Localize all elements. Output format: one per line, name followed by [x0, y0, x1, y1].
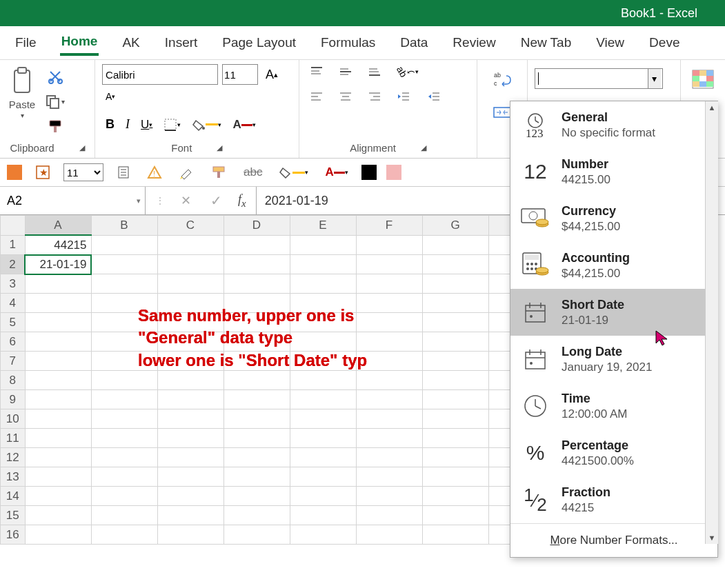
copy-button[interactable]: ▾ [41, 92, 68, 111]
col-header-f[interactable]: F [356, 216, 422, 236]
tab-ak[interactable]: AK [121, 31, 141, 54]
format-option-number[interactable]: 12 Number 44215.00 [510, 148, 717, 195]
row-header-9[interactable]: 9 [1, 390, 26, 409]
format-option-percentage[interactable]: % Percentage 4421500.00% [510, 429, 717, 476]
more-number-formats[interactable]: More Number Formats... [510, 523, 717, 557]
row-header-14[interactable]: 14 [1, 487, 26, 506]
row-header-2[interactable]: 2 [1, 255, 26, 274]
col-header-g[interactable]: G [422, 216, 488, 236]
name-box[interactable]: A2 ▾ [0, 187, 146, 214]
tab-view[interactable]: View [595, 31, 626, 54]
cancel-formula-button[interactable]: ✕ [177, 191, 195, 210]
col-header-b[interactable]: B [91, 216, 157, 236]
conditional-formatting-button[interactable] [688, 67, 718, 92]
tab-insert[interactable]: Insert [163, 31, 199, 54]
align-right-button[interactable] [364, 89, 384, 104]
tab-developer[interactable]: Deve [648, 31, 681, 54]
increase-font-button[interactable]: A▴ [262, 65, 281, 84]
format-option-currency[interactable]: Currency $44,215.00 [510, 195, 717, 242]
accept-formula-button[interactable]: ✓ [207, 190, 226, 211]
row-header-3[interactable]: 3 [1, 274, 26, 294]
col-header-e[interactable]: E [290, 216, 356, 236]
qat-fav-button[interactable]: ★ [32, 163, 54, 182]
qat-fontcolor2-button[interactable]: A ▾ [321, 163, 351, 181]
dropdown-scrollbar[interactable]: ▲ ▼ [705, 101, 718, 544]
format-option-general[interactable]: 123 General No specific format [510, 101, 717, 148]
qat-warning-button[interactable]: ! [143, 163, 166, 181]
scroll-down-arrow[interactable]: ▼ [706, 531, 718, 544]
tab-page-layout[interactable]: Page Layout [221, 31, 297, 54]
number-format-combo[interactable]: ▾ [535, 68, 663, 89]
row-header-1[interactable]: 1 [1, 235, 26, 255]
select-all-corner[interactable] [1, 216, 26, 236]
row-header-7[interactable]: 7 [1, 352, 26, 371]
paste-button[interactable] [7, 64, 37, 97]
increase-indent-button[interactable] [424, 89, 444, 104]
format-painter-button[interactable] [41, 116, 68, 136]
qat-size-select[interactable]: 11 [63, 163, 103, 181]
row-header-6[interactable]: 6 [1, 332, 26, 352]
row-header-12[interactable]: 12 [1, 448, 26, 467]
clipboard-launcher[interactable]: ◢ [79, 143, 85, 152]
cut-button[interactable] [41, 67, 68, 86]
align-left-button[interactable] [306, 89, 326, 104]
scroll-up-arrow[interactable]: ▲ [706, 101, 718, 114]
svg-point-9 [202, 127, 205, 130]
tab-formulas[interactable]: Formulas [319, 31, 377, 54]
italic-button[interactable]: I [122, 115, 133, 134]
cell-a1[interactable]: 44215 [25, 235, 91, 255]
tab-home[interactable]: Home [60, 30, 99, 56]
font-size-select[interactable] [222, 64, 258, 85]
row-header-15[interactable]: 15 [1, 506, 26, 525]
decrease-indent-button[interactable] [393, 89, 414, 104]
qat-form-button[interactable] [113, 163, 134, 181]
format-option-longdate[interactable]: Long Date January 19, 2021 [510, 336, 717, 383]
format-option-time[interactable]: Time 12:00:00 AM [510, 383, 717, 429]
qat-fill2-button[interactable]: ▾ [275, 163, 312, 181]
expand-handle[interactable]: ⋮ [155, 195, 165, 206]
tab-file[interactable]: File [14, 31, 38, 54]
font-launcher[interactable]: ◢ [217, 143, 222, 152]
qat-color-orange[interactable] [7, 165, 22, 180]
name-box-dropdown[interactable]: ▾ [137, 196, 141, 205]
row-header-13[interactable]: 13 [1, 467, 26, 487]
tab-data[interactable]: Data [399, 31, 429, 54]
wrap-text-button[interactable]: abc [489, 68, 515, 89]
qat-strike-button[interactable]: abc [240, 163, 266, 181]
tab-new-tab[interactable]: New Tab [519, 31, 573, 54]
fx-icon[interactable]: fx [238, 192, 246, 210]
col-header-c[interactable]: C [157, 216, 224, 236]
align-center-button[interactable] [335, 89, 355, 104]
qat-highlight-button[interactable] [175, 163, 197, 181]
qat-color-black[interactable] [361, 165, 377, 180]
col-header-a[interactable]: A [25, 216, 91, 236]
row-header-5[interactable]: 5 [1, 313, 26, 332]
row-header-16[interactable]: 16 [1, 525, 26, 545]
underline-button[interactable]: U ▾ [137, 116, 156, 134]
format-option-accounting[interactable]: Accounting $44,215.00 [510, 242, 717, 289]
borders-button[interactable]: ▾ [160, 116, 184, 134]
row-header-8[interactable]: 8 [1, 371, 26, 390]
col-header-d[interactable]: D [224, 216, 290, 236]
align-top-button[interactable] [306, 64, 326, 79]
qat-color-pink[interactable] [386, 165, 401, 180]
cell-a2[interactable]: 21-01-19 [25, 255, 91, 274]
alignment-launcher[interactable]: ◢ [421, 143, 426, 152]
paste-dropdown[interactable]: ▾ [21, 112, 24, 119]
bold-button[interactable]: B [102, 115, 118, 134]
font-name-select[interactable] [102, 64, 218, 85]
format-option-shortdate[interactable]: Short Date 21-01-19 [510, 289, 717, 336]
row-header-4[interactable]: 4 [1, 294, 26, 313]
tab-review[interactable]: Review [451, 31, 497, 54]
row-header-11[interactable]: 11 [1, 429, 26, 448]
number-format-dropdown-arrow[interactable]: ▾ [648, 69, 661, 88]
align-bottom-button[interactable] [364, 64, 384, 79]
orientation-button[interactable]: ab⤺ ▾ [393, 64, 423, 79]
font-color-button[interactable]: A ▾ [229, 116, 259, 134]
decrease-font-button[interactable]: A▾ [102, 89, 119, 104]
qat-brush-button[interactable] [207, 163, 230, 181]
fill-color-button[interactable]: ▾ [188, 116, 225, 134]
align-middle-button[interactable] [335, 64, 355, 79]
format-option-fraction[interactable]: 1⁄2 Fraction 44215 [510, 476, 717, 523]
row-header-10[interactable]: 10 [1, 409, 26, 429]
